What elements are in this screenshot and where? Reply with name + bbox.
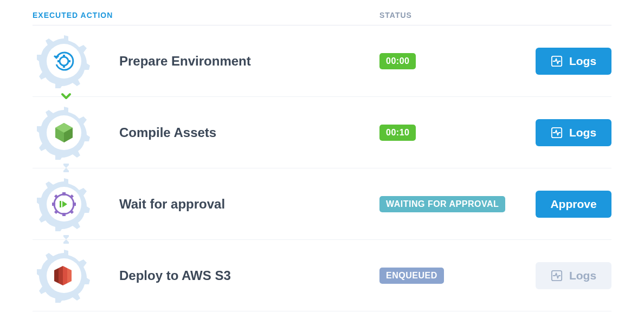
action-row: Compile Assets 00:10 Logs (33, 97, 611, 168)
svg-rect-5 (68, 60, 70, 62)
svg-point-0 (47, 44, 81, 79)
svg-rect-3 (63, 65, 65, 68)
svg-rect-4 (57, 60, 60, 62)
action-row: Wait for approval WAITING FOR APPROVAL A… (33, 168, 611, 240)
connector-hourglass-icon (61, 234, 72, 245)
svg-marker-27 (67, 268, 72, 283)
svg-rect-14 (62, 192, 66, 196)
svg-marker-25 (59, 266, 63, 285)
action-row: Deploy to AWS S3 ENQUEUED Logs (33, 240, 611, 311)
table-header: EXECUTED ACTION STATUS (33, 11, 611, 25)
action-name: Prepare Environment (119, 54, 379, 69)
header-executed-action: EXECUTED ACTION (33, 11, 379, 19)
activity-icon (551, 127, 563, 139)
status-col: 00:10 (379, 125, 531, 141)
connector-chevron-icon (61, 91, 72, 102)
button-label: Approve (550, 198, 596, 211)
action-col: Logs (531, 119, 611, 146)
action-col: Logs (531, 48, 611, 75)
svg-rect-17 (73, 203, 76, 206)
action-col: Logs (531, 262, 611, 289)
status-badge: 00:00 (379, 53, 416, 69)
button-label: Logs (569, 269, 596, 282)
svg-marker-28 (54, 268, 59, 283)
action-icon-wrap (33, 249, 119, 303)
action-row: Prepare Environment 00:00 Logs (33, 25, 611, 97)
logs-button[interactable]: Logs (536, 48, 611, 75)
action-name: Wait for approval (119, 197, 379, 212)
logs-button-disabled: Logs (536, 262, 611, 289)
status-badge: 00:10 (379, 125, 416, 141)
activity-icon (551, 55, 563, 67)
connector-hourglass-icon (61, 162, 72, 173)
button-label: Logs (569, 126, 596, 139)
action-icon-wrap (33, 177, 119, 231)
svg-rect-23 (60, 201, 61, 207)
status-col: WAITING FOR APPROVAL (379, 196, 531, 212)
action-name: Compile Assets (119, 125, 379, 140)
activity-icon (551, 270, 563, 282)
gear-refresh-icon (37, 34, 91, 88)
header-status: STATUS (379, 11, 412, 19)
approve-button[interactable]: Approve (536, 191, 611, 218)
status-badge: ENQUEUED (379, 268, 444, 284)
action-icon-wrap (33, 106, 119, 160)
svg-marker-26 (63, 266, 67, 285)
svg-rect-2 (63, 55, 65, 57)
status-col: ENQUEUED (379, 268, 531, 284)
action-icon-wrap (33, 34, 119, 88)
box-green-icon (37, 106, 91, 160)
play-gear-icon (37, 177, 91, 231)
logs-button[interactable]: Logs (536, 119, 611, 146)
button-label: Logs (569, 55, 596, 68)
svg-rect-16 (52, 203, 55, 206)
aws-icon (37, 249, 91, 303)
status-badge: WAITING FOR APPROVAL (379, 196, 505, 212)
svg-rect-15 (62, 213, 66, 216)
action-name: Deploy to AWS S3 (119, 268, 379, 283)
action-col: Approve (531, 191, 611, 218)
status-col: 00:00 (379, 53, 531, 69)
